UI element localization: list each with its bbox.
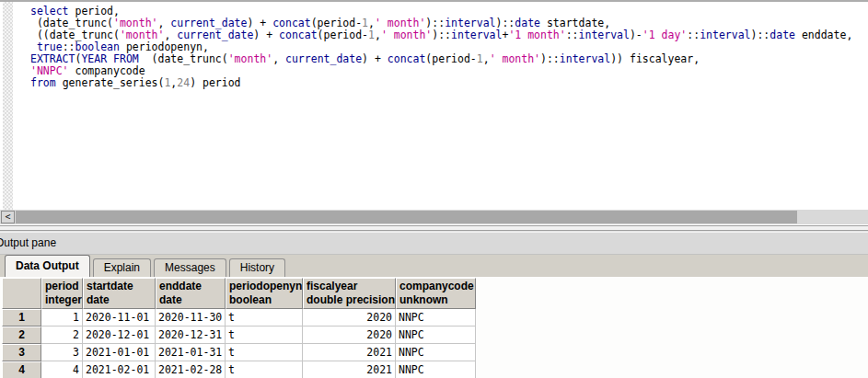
sql-token: ) + bbox=[253, 29, 279, 41]
column-header-periodopenyn[interactable]: periodopenynboolean bbox=[226, 278, 303, 309]
sql-token: concat bbox=[272, 17, 311, 29]
sql-token: 24 bbox=[177, 76, 190, 89]
cell-periodopenyn[interactable]: t bbox=[226, 326, 303, 344]
column-header-period[interactable]: periodinteger bbox=[41, 278, 83, 309]
sql-token: startdate, bbox=[540, 17, 610, 29]
sql-token: current_date bbox=[170, 17, 247, 29]
sql-token: boolean bbox=[75, 40, 120, 53]
sql-token: true bbox=[37, 40, 63, 53]
sql-token: ) + bbox=[247, 17, 272, 29]
row-number-cell[interactable]: 2 bbox=[2, 326, 41, 344]
sql-token: 1 bbox=[477, 52, 483, 65]
cell-period[interactable]: 4 bbox=[41, 361, 83, 378]
sql-token: enddate, bbox=[795, 29, 852, 41]
tab-data-output[interactable]: Data Output bbox=[5, 255, 90, 277]
cell-fiscalyear[interactable]: 2020 bbox=[303, 309, 396, 326]
column-type: integer bbox=[45, 293, 79, 307]
grid-corner-cell[interactable] bbox=[2, 278, 41, 309]
cell-enddate[interactable]: 2021-02-28 bbox=[156, 361, 226, 378]
cell-companycode[interactable]: NNPC bbox=[396, 326, 476, 344]
cell-periodopenyn[interactable]: t bbox=[226, 361, 303, 378]
sql-token: current_date bbox=[285, 52, 362, 65]
sql-token: , bbox=[368, 17, 375, 29]
tab-history[interactable]: History bbox=[229, 258, 285, 277]
column-header-fiscalyear[interactable]: fiscalyeardouble precision bbox=[303, 278, 396, 309]
cell-period[interactable]: 3 bbox=[41, 344, 83, 361]
column-type: date bbox=[159, 293, 222, 307]
cell-periodopenyn[interactable]: t bbox=[226, 309, 303, 326]
sql-token: periodopenyn, bbox=[120, 40, 209, 53]
column-type: unknown bbox=[399, 293, 472, 307]
cell-enddate[interactable]: 2021-01-31 bbox=[156, 344, 226, 361]
sql-token: )- bbox=[630, 29, 642, 41]
sql-token: YEAR bbox=[81, 52, 107, 65]
sql-token: interval bbox=[560, 52, 610, 65]
cell-fiscalyear[interactable]: 2021 bbox=[303, 361, 396, 378]
pane-splitter[interactable] bbox=[0, 224, 868, 232]
editor-fold-margin bbox=[3, 2, 13, 210]
cell-enddate[interactable]: 2020-12-31 bbox=[156, 326, 226, 344]
sql-code[interactable]: select period, (date_trunc('month', curr… bbox=[30, 6, 852, 89]
sql-token: :: bbox=[687, 29, 700, 41]
cell-enddate[interactable]: 2020-11-30 bbox=[156, 309, 226, 326]
tab-explain[interactable]: Explain bbox=[93, 258, 151, 277]
sql-token: 'NNPC' bbox=[30, 64, 69, 77]
cell-companycode[interactable]: NNPC bbox=[396, 344, 476, 361]
sql-token: 1 bbox=[362, 17, 368, 29]
sql-token: , bbox=[164, 29, 177, 41]
sql-token: ):: bbox=[496, 17, 515, 29]
cell-fiscalyear[interactable]: 2020 bbox=[303, 326, 396, 344]
sql-token: (period- bbox=[311, 17, 362, 29]
scroll-left-button[interactable]: < bbox=[1, 211, 15, 223]
output-pane-title: Output pane bbox=[0, 233, 56, 254]
row-number-cell[interactable]: 3 bbox=[2, 344, 41, 361]
sql-token: 'month' bbox=[120, 29, 164, 41]
sql-token: :: bbox=[566, 29, 579, 41]
results-grid: periodintegerstartdatedateenddatedateper… bbox=[2, 278, 476, 378]
sql-token: '1 day' bbox=[642, 29, 687, 41]
sql-line-7: from generate_series(1,24) period bbox=[30, 77, 852, 89]
cell-startdate[interactable]: 2020-11-01 bbox=[83, 309, 156, 326]
sql-token: , bbox=[483, 52, 490, 65]
column-header-enddate[interactable]: enddatedate bbox=[156, 278, 226, 309]
sql-token: interval bbox=[451, 29, 502, 41]
sql-token: EXTRACT bbox=[30, 52, 75, 65]
sql-token: (date_trunc( bbox=[139, 52, 228, 65]
scrollbar-thumb[interactable] bbox=[16, 211, 797, 223]
cell-fiscalyear[interactable]: 2021 bbox=[303, 344, 396, 361]
row-number-cell[interactable]: 1 bbox=[2, 309, 41, 326]
sql-token: (date_trunc( bbox=[30, 17, 113, 29]
sql-token: companycode bbox=[69, 64, 145, 77]
cell-startdate[interactable]: 2021-01-01 bbox=[83, 344, 156, 361]
column-header-companycode[interactable]: companycodeunknown bbox=[396, 278, 476, 309]
sql-token: 'month' bbox=[228, 52, 272, 65]
sql-token: ' month' bbox=[381, 29, 432, 41]
cell-period[interactable]: 1 bbox=[41, 309, 83, 326]
sql-token: from bbox=[30, 76, 56, 89]
sql-editor[interactable]: select period, (date_trunc('month', curr… bbox=[0, 2, 868, 210]
sql-token: interval bbox=[445, 17, 495, 29]
sql-token: date bbox=[515, 17, 540, 29]
column-type: date bbox=[87, 293, 152, 307]
sql-token: generate_series( bbox=[56, 76, 165, 89]
sql-token: ) period bbox=[190, 76, 240, 89]
cell-companycode[interactable]: NNPC bbox=[396, 361, 476, 378]
column-name: period bbox=[45, 280, 79, 293]
scroll-left-icon: < bbox=[5, 212, 10, 222]
sql-token: 'month' bbox=[113, 17, 157, 29]
sql-token: select bbox=[30, 5, 69, 17]
sql-token: '1 month' bbox=[508, 29, 565, 41]
table-row: 332021-01-012021-01-31t2021NNPC bbox=[2, 344, 476, 361]
cell-startdate[interactable]: 2020-12-01 bbox=[83, 326, 156, 344]
cell-period[interactable]: 2 bbox=[41, 326, 83, 344]
column-header-startdate[interactable]: startdatedate bbox=[83, 278, 156, 309]
cell-periodopenyn[interactable]: t bbox=[226, 344, 303, 361]
output-pane-caption: Output pane bbox=[0, 232, 868, 255]
tab-messages[interactable]: Messages bbox=[154, 258, 226, 277]
sql-token: 1 bbox=[368, 29, 375, 41]
cell-startdate[interactable]: 2021-02-01 bbox=[83, 361, 156, 378]
column-name: enddate bbox=[159, 280, 222, 293]
cell-companycode[interactable]: NNPC bbox=[396, 309, 476, 326]
row-number-cell[interactable]: 4 bbox=[2, 361, 41, 378]
editor-horizontal-scrollbar[interactable]: < bbox=[0, 210, 868, 224]
